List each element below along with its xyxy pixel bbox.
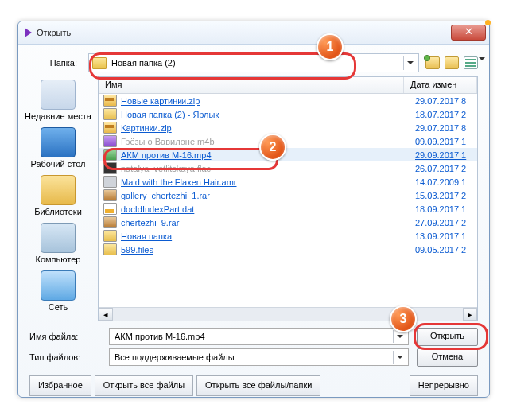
filetype-label: Тип файлов: [29,352,101,362]
toolbar-icons [425,56,478,69]
list-header: Имя Дата измен [99,77,477,94]
rar-icon [103,216,117,228]
place-label: Компьютер [36,255,81,264]
flac-icon [103,162,117,174]
mp4-icon [103,149,117,161]
app-play-icon [25,28,32,37]
file-row[interactable]: 599.files09.05.2017 2 [99,243,477,256]
file-date: 13.09.2017 1 [415,231,472,241]
view-mode-icon[interactable] [464,56,478,69]
file-date: 09.09.2017 1 [415,137,472,146]
btn-favorites[interactable]: Избранное [29,375,91,396]
file-row[interactable]: Новая папка13.09.2017 1 [99,229,477,243]
folder-icon [92,57,107,69]
file-row[interactable]: Новая папка (2) - Ярлык18.07.2017 2 [99,107,477,121]
dialog-title: Открыть [37,28,451,37]
place-label: Библиотеки [34,207,82,216]
fold-icon [103,243,117,255]
file-row[interactable]: Maid with the Flaxen Hair.amr14.07.2009 … [99,175,477,189]
col-name[interactable]: Имя [99,77,404,93]
file-row[interactable]: АКМ против М-16.mp429.09.2017 1 [99,148,477,161]
file-date: 18.07.2017 2 [415,110,472,119]
file-name[interactable]: Картинки.zip [121,123,415,133]
file-name[interactable]: gallery_chertezhi_1.rar [121,191,415,200]
filename-value: АКМ против М-16.mp4 [115,332,393,341]
filename-label: Имя файла: [29,332,101,341]
col-date[interactable]: Дата измен [404,77,477,93]
place-network[interactable]: Сеть [41,270,76,312]
annotation-badge-3: 3 [390,305,417,332]
file-row[interactable]: gallery_chertezhi_1.rar15.03.2017 2 [99,189,477,202]
new-folder-icon[interactable] [445,56,459,69]
file-date: 29.09.2017 1 [415,150,472,160]
file-name[interactable]: Новая папка [121,231,415,241]
file-row[interactable]: natalya_vetlitskaya.flac26.07.2017 2 [99,161,477,175]
folder-label: Папка: [29,58,82,68]
zip-icon [103,122,117,134]
file-row[interactable]: Новые картинки.zip29.07.2017 8 [99,94,477,107]
file-date: 18.09.2017 1 [415,204,472,214]
file-row[interactable]: chertezhi_9.rar27.09.2017 2 [99,216,477,229]
btn-open-all[interactable]: Открыть все файлы [95,375,193,396]
folder-dropdown[interactable]: Новая папка (2) [88,53,419,72]
filename-input[interactable]: АКМ против М-16.mp4 [109,328,409,345]
file-name[interactable]: Maid with the Flaxen Hair.amr [121,177,415,187]
place-label: Недавние места [25,111,91,121]
file-date: 29.07.2017 8 [415,96,472,106]
place-recent[interactable]: Недавние места [25,80,91,121]
folder-bar: Папка: Новая папка (2) [18,45,489,76]
place-computer[interactable]: Компьютер [36,223,81,264]
file-name[interactable]: Новая папка (2) - Ярлык [121,110,415,119]
filetype-value: Все поддерживаемые файлы [115,352,393,362]
annotation-badge-1: 1 [317,33,344,60]
file-name[interactable]: natalya_vetlitskaya.flac [121,164,415,173]
file-name[interactable]: Новые картинки.zip [121,96,415,106]
amr-icon [103,176,117,188]
file-row[interactable]: Картинки.zip29.07.2017 8 [99,121,477,134]
scroll-right-icon[interactable]: ▸ [463,308,477,321]
btn-continuous[interactable]: Непрерывно [410,375,478,396]
open-button[interactable]: Открыть [417,328,478,346]
chevron-down-icon [403,56,417,70]
place-desktop[interactable]: Рабочий стол [30,127,85,169]
file-row[interactable]: Грёзы о Вавилоне.m4b09.09.2017 1 [99,134,477,148]
lnk-icon [103,108,117,120]
file-name[interactable]: docIdIndexPart.dat [121,204,415,214]
btn-open-all-folders[interactable]: Открыть все файлы/папки [196,375,320,396]
main-area: Недавние места Рабочий стол Библиотеки К… [18,76,489,321]
places-bar: Недавние места Рабочий стол Библиотеки К… [18,76,98,321]
file-row[interactable]: docIdIndexPart.dat18.09.2017 1 [99,202,477,216]
file-date: 15.03.2017 2 [415,191,472,200]
folder-current: Новая папка (2) [111,58,403,68]
close-button[interactable]: ✕ [451,25,486,41]
up-folder-icon[interactable] [425,56,440,69]
chevron-down-icon[interactable] [393,351,406,364]
zip-icon [103,95,117,107]
file-name[interactable]: 599.files [121,245,415,255]
place-libraries[interactable]: Библиотеки [34,175,82,216]
filetype-row: Тип файлов: Все поддерживаемые файлы Отм… [29,347,478,368]
titlebar: Открыть ✕ [18,21,489,45]
scroll-left-icon[interactable]: ◂ [99,308,113,321]
h-scrollbar[interactable]: ◂ ▸ [99,307,477,321]
place-label: Рабочий стол [30,159,85,169]
file-date: 09.05.2017 2 [415,245,472,255]
file-date: 14.07.2009 1 [415,177,472,187]
recent-icon [41,80,76,110]
close-icon: ✕ [464,25,473,37]
mp3-icon [103,135,117,147]
list-body[interactable]: Новые картинки.zip29.07.2017 8Новая папк… [99,94,477,307]
annotation-badge-2: 2 [259,134,286,161]
libraries-icon [41,175,76,205]
bottom-buttons: Избранное Открыть все файлы Открыть все … [18,371,489,400]
place-label: Сеть [41,302,76,312]
fold-icon [103,230,117,242]
field-area: Имя файла: АКМ против М-16.mp4 Открыть Т… [18,321,489,371]
computer-icon [41,223,76,253]
open-dialog: Открыть ✕ Папка: Новая папка (2) Недавни… [17,21,490,398]
file-list: Имя Дата измен Новые картинки.zip29.07.2… [98,76,478,321]
cancel-button[interactable]: Отмена [417,348,478,367]
filetype-dropdown[interactable]: Все поддерживаемые файлы [109,348,409,366]
desktop-icon [41,127,76,158]
file-name[interactable]: chertezhi_9.rar [121,218,415,228]
